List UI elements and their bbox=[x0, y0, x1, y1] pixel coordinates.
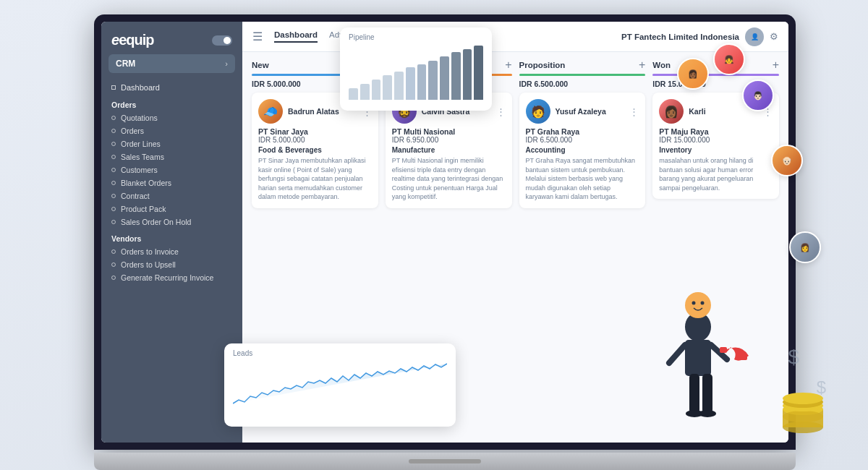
card-company-1: PT Sinar Jaya bbox=[258, 127, 372, 136]
leads-chart: Leads bbox=[224, 343, 456, 427]
card-desc-3: PT Graha Raya sangat membutuhkan bantuan… bbox=[526, 156, 639, 202]
topbar-right: PT Fantech Limited Indonesia 👤 ⚙ bbox=[621, 27, 778, 46]
module-chevron-icon: › bbox=[225, 59, 228, 68]
card-company-3: PT Graha Raya bbox=[526, 127, 639, 136]
card-avatar-3: 🧑 bbox=[526, 99, 550, 124]
pipeline-bars bbox=[349, 46, 483, 100]
card-desc-4: masalahan untuk orang hilang di bantuan … bbox=[659, 156, 773, 192]
card-name-3: Yusuf Azaleya bbox=[556, 107, 606, 116]
sidebar-item-contract[interactable]: Contract bbox=[101, 189, 242, 202]
sidebar-item-sales-order-on-hold[interactable]: Sales Order On Hold bbox=[101, 215, 242, 228]
card-amount-4: IDR 15.000.000 bbox=[659, 136, 773, 144]
kanban-column-won: Won + IDR 15.000.000 👩🏾 Karli ⋮ PT Maju … bbox=[649, 59, 783, 438]
logo: eequip bbox=[111, 32, 153, 48]
pipeline-chart-title: Pipeline bbox=[349, 33, 483, 41]
add-card-qualified-button[interactable]: + bbox=[505, 59, 511, 71]
hamburger-icon[interactable]: ☰ bbox=[252, 30, 263, 43]
card-avatar-1: 🧢 bbox=[258, 99, 283, 124]
user-avatar[interactable]: 👤 bbox=[745, 27, 764, 46]
card-desc-2: PT Multi Nasional ingin memiliki efisien… bbox=[392, 156, 506, 202]
sidebar-item-product-pack[interactable]: Product Pack bbox=[101, 202, 242, 215]
sidebar-logo-area: eequip bbox=[101, 22, 242, 54]
sidebar-item-dashboard[interactable]: Dashboard bbox=[101, 80, 242, 95]
section-vendors: Vendors bbox=[101, 228, 242, 245]
sidebar-item-quotations[interactable]: Quotations bbox=[101, 111, 242, 124]
float-avatar-4: 👴🏻 bbox=[771, 145, 803, 176]
card-company-4: PT Maju Raya bbox=[659, 127, 773, 136]
bar-1 bbox=[349, 88, 358, 101]
tab-dashboard[interactable]: Dashboard bbox=[274, 30, 318, 43]
trackpad-notch bbox=[409, 459, 481, 463]
add-card-won-button[interactable]: + bbox=[773, 59, 779, 71]
dot-icon bbox=[111, 181, 116, 185]
dot-icon bbox=[111, 168, 116, 172]
sidebar-item-orders-to-upsell[interactable]: Orders to Upsell bbox=[101, 258, 242, 271]
sidebar-item-orders-to-invoice[interactable]: Orders to Invoice bbox=[101, 245, 242, 258]
sidebar-item-sales-teams[interactable]: Sales Teams bbox=[101, 150, 242, 163]
bar-6 bbox=[406, 67, 415, 100]
dot-icon bbox=[111, 249, 116, 254]
theme-toggle[interactable] bbox=[212, 35, 232, 46]
svg-point-3 bbox=[783, 411, 823, 422]
col-amount-proposition: IDR 6.500.000 bbox=[519, 80, 646, 88]
leads-chart-title: Leads bbox=[233, 349, 447, 357]
card-name-4: Karli bbox=[689, 107, 705, 116]
card-amount-1: IDR 5.000.000 bbox=[258, 136, 372, 144]
card-category-2: Manufacture bbox=[392, 146, 506, 154]
kanban-column-proposition: Proposition + IDR 6.500.000 🧑 Yusuf Azal… bbox=[516, 59, 650, 438]
dollar-sign-2: $ bbox=[817, 377, 826, 398]
module-selector[interactable]: CRM › bbox=[109, 54, 235, 73]
float-avatar-5: 👩 bbox=[789, 231, 821, 263]
dot-icon bbox=[111, 155, 116, 159]
add-card-proposition-button[interactable]: + bbox=[639, 59, 645, 71]
col-header-proposition: Proposition + bbox=[519, 59, 646, 71]
col-bar-proposition bbox=[519, 74, 646, 76]
kanban-card: 🧑 Yusuf Azaleya ⋮ PT Graha Raya IDR 6.50… bbox=[519, 93, 646, 208]
card-category-1: Food & Beverages bbox=[258, 146, 372, 154]
dot-icon bbox=[111, 275, 116, 280]
laptop-base bbox=[94, 453, 796, 470]
bar-11 bbox=[463, 49, 472, 101]
settings-icon[interactable]: ⚙ bbox=[770, 31, 778, 42]
sidebar-item-blanket-orders[interactable]: Blanket Orders bbox=[101, 176, 242, 189]
bar-7 bbox=[417, 64, 427, 100]
dollar-sign-1: $ bbox=[788, 346, 799, 369]
leads-line-chart bbox=[233, 360, 447, 418]
dot-icon bbox=[111, 129, 116, 133]
dot-icon bbox=[111, 142, 116, 146]
float-avatar-3: 👨🏻 bbox=[742, 80, 774, 111]
dot-icon bbox=[111, 194, 116, 198]
company-name: PT Fantech Limited Indonesia bbox=[621, 33, 739, 41]
bar-9 bbox=[440, 56, 449, 100]
card-name-1: Badrun Alatas bbox=[288, 107, 339, 116]
nav-dot-icon bbox=[111, 85, 116, 90]
sidebar-item-customers[interactable]: Customers bbox=[101, 163, 242, 176]
module-label: CRM bbox=[116, 59, 135, 69]
float-avatar-1: 👩🏾 bbox=[677, 58, 709, 90]
card-desc-1: PT Sinar Jaya membutuhkan aplikasi kasir… bbox=[258, 156, 372, 202]
col-title-proposition: Proposition bbox=[519, 61, 566, 69]
float-avatar-2: 👧 bbox=[713, 43, 745, 75]
card-category-4: Inventory bbox=[659, 146, 773, 154]
card-menu-icon[interactable]: ⋮ bbox=[629, 106, 639, 117]
dot-icon bbox=[111, 207, 116, 211]
sidebar: eequip CRM › Dashboard Orders bbox=[101, 22, 242, 443]
section-orders: Orders bbox=[101, 95, 242, 111]
col-title-new: New bbox=[252, 61, 269, 69]
sidebar-item-orders[interactable]: Orders bbox=[101, 124, 242, 137]
dot-icon bbox=[111, 116, 116, 120]
bar-4 bbox=[383, 75, 392, 100]
bar-8 bbox=[428, 61, 438, 100]
card-avatar-4: 👩🏾 bbox=[659, 99, 684, 124]
card-category-3: Accounting bbox=[526, 146, 639, 154]
bar-12 bbox=[474, 46, 483, 100]
card-amount-2: IDR 6.950.000 bbox=[392, 136, 506, 144]
sidebar-item-order-lines[interactable]: Order Lines bbox=[101, 137, 242, 150]
topbar: ☰ Dashboard Advanced Query Events PT Fan… bbox=[242, 22, 788, 52]
col-title-won: Won bbox=[652, 61, 671, 69]
card-header: 🧑 Yusuf Azaleya ⋮ bbox=[526, 99, 639, 124]
col-bar-won bbox=[652, 74, 779, 76]
sidebar-item-generate-recurring[interactable]: Generate Recurring Invoice bbox=[101, 271, 242, 284]
card-menu-icon[interactable]: ⋮ bbox=[496, 106, 506, 117]
dot-icon bbox=[111, 220, 116, 224]
